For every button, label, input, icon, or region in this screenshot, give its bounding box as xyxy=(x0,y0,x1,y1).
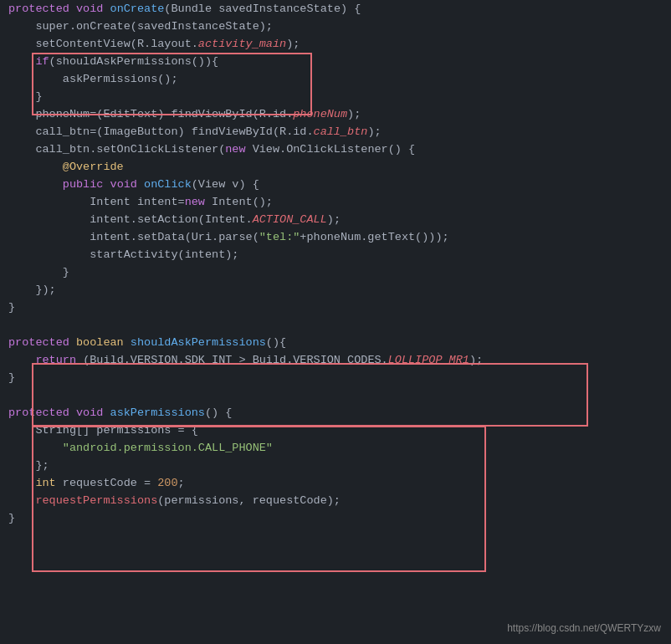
code-token xyxy=(8,178,63,191)
code-token: } xyxy=(8,371,15,384)
code-token: onCreate xyxy=(110,3,165,15)
code-line: "android.permission.CALL_PHONE" xyxy=(0,439,671,457)
code-token: String[] permissions = { xyxy=(8,424,198,437)
code-token: super.onCreate(savedInstanceState); xyxy=(8,20,273,33)
code-line: if(shouldAskPermissions()){ xyxy=(0,53,671,70)
code-line: super.onCreate(savedInstanceState); xyxy=(0,18,671,35)
code-token: new xyxy=(225,143,252,156)
code-line: } xyxy=(0,299,671,316)
code-token: } xyxy=(8,90,43,103)
code-token: protected xyxy=(8,406,76,419)
code-token: ); xyxy=(286,38,300,50)
code-token: Intent(); xyxy=(212,196,273,208)
code-line: intent.setData(Uri.parse("tel:"+phoneNum… xyxy=(0,228,671,246)
code-token: requestCode = xyxy=(63,477,157,489)
code-token: boolean xyxy=(76,336,131,349)
code-token: }; xyxy=(8,459,49,472)
code-line xyxy=(0,386,671,404)
code-token: int xyxy=(35,477,62,489)
code-line: @Override xyxy=(0,158,671,176)
code-token: "android.permission.CALL_PHONE" xyxy=(63,442,273,454)
code-token: askPermissions(); xyxy=(8,73,178,85)
code-token: askPermissions xyxy=(110,406,205,419)
code-token: ); xyxy=(367,125,381,138)
code-token: new xyxy=(185,196,212,208)
code-token: } xyxy=(8,301,15,314)
code-token: activity_main xyxy=(198,38,286,50)
code-token xyxy=(8,442,63,454)
code-token xyxy=(8,161,63,173)
code-token: void xyxy=(110,178,145,191)
code-line: requestPermissions(permissions, requestC… xyxy=(0,492,671,509)
code-line: return (Build.VERSION.SDK_INT > Build.VE… xyxy=(0,351,671,369)
code-token: protected xyxy=(8,3,76,15)
code-token: (shouldAskPermissions()){ xyxy=(49,55,219,68)
code-line: intent.setAction(Intent.ACTION_CALL); xyxy=(0,211,671,228)
code-token: +phoneNum.getText())); xyxy=(300,231,448,243)
code-token: call_btn=(ImageButton) findViewById(R.id… xyxy=(8,125,314,138)
code-line: protected void onCreate(Bundle savedInst… xyxy=(0,0,671,18)
code-token: (permissions, requestCode); xyxy=(157,494,341,507)
code-token: (Build.VERSION.SDK_INT > Build.VERSION_C… xyxy=(83,354,388,366)
code-token xyxy=(8,477,35,489)
code-line: Intent intent=new Intent(); xyxy=(0,193,671,211)
code-token: ; xyxy=(178,477,185,489)
code-token: View.OnClickListener() { xyxy=(253,143,415,156)
code-line: protected boolean shouldAskPermissions()… xyxy=(0,334,671,351)
code-token: phoneNum xyxy=(293,108,347,120)
code-token: shouldAskPermissions xyxy=(131,336,266,349)
code-line: protected void askPermissions() { xyxy=(0,404,671,422)
code-token: ); xyxy=(469,354,483,366)
code-token: call_btn xyxy=(314,125,368,138)
code-line: } xyxy=(0,263,671,281)
code-line: phoneNum=(EditText) findViewById(R.id.ph… xyxy=(0,105,671,123)
code-token: (View v) { xyxy=(192,178,259,191)
code-line: call_btn.setOnClickListener(new View.OnC… xyxy=(0,141,671,158)
code-token: } xyxy=(8,266,69,279)
code-area: protected void onCreate(Bundle savedInst… xyxy=(0,0,671,527)
code-line: } xyxy=(0,509,671,527)
code-token: ACTION_CALL xyxy=(253,213,327,226)
code-token xyxy=(8,494,35,507)
code-line xyxy=(0,316,671,334)
code-token: onClick xyxy=(144,178,192,191)
code-token: if xyxy=(35,55,49,68)
code-line: } xyxy=(0,88,671,105)
code-token: ); xyxy=(327,213,341,226)
code-line: public void onClick(View v) { xyxy=(0,176,671,193)
code-token: void xyxy=(76,406,110,419)
watermark: https://blog.csdn.net/QWERTYzxw xyxy=(507,620,661,637)
code-line: }); xyxy=(0,281,671,299)
code-line: startActivity(intent); xyxy=(0,246,671,263)
code-token: ); xyxy=(347,108,361,120)
code-token: intent.setAction(Intent. xyxy=(8,213,253,226)
code-token: return xyxy=(35,354,83,366)
code-token: void xyxy=(76,3,110,15)
code-line: call_btn=(ImageButton) findViewById(R.id… xyxy=(0,123,671,141)
code-token: call_btn.setOnClickListener( xyxy=(8,143,225,156)
code-token xyxy=(8,55,35,68)
code-token: (){ xyxy=(266,336,286,349)
code-token: startActivity(intent); xyxy=(8,248,238,261)
code-token: setContentView(R.layout. xyxy=(8,38,198,50)
code-token: }); xyxy=(8,284,56,296)
code-token: Intent intent= xyxy=(8,196,185,208)
code-token: phoneNum=(EditText) findViewById(R.id. xyxy=(8,108,293,120)
code-token: } xyxy=(8,512,15,524)
code-token: "tel:" xyxy=(259,231,300,243)
code-line: askPermissions(); xyxy=(0,70,671,88)
code-token: (Bundle savedInstanceState) { xyxy=(164,3,361,15)
code-line: String[] permissions = { xyxy=(0,422,671,439)
code-line: int requestCode = 200; xyxy=(0,474,671,492)
code-token xyxy=(8,354,35,366)
code-line: } xyxy=(0,369,671,386)
code-token: @Override xyxy=(63,161,124,173)
code-token: intent.setData(Uri.parse( xyxy=(8,231,259,243)
code-token: requestPermissions xyxy=(35,494,157,507)
code-line: }; xyxy=(0,457,671,474)
code-token: public xyxy=(63,178,110,191)
code-token: LOLLIPOP_MR1 xyxy=(388,354,469,366)
code-token: protected xyxy=(8,336,76,349)
code-token: 200 xyxy=(157,477,177,489)
code-token: () { xyxy=(205,406,232,419)
